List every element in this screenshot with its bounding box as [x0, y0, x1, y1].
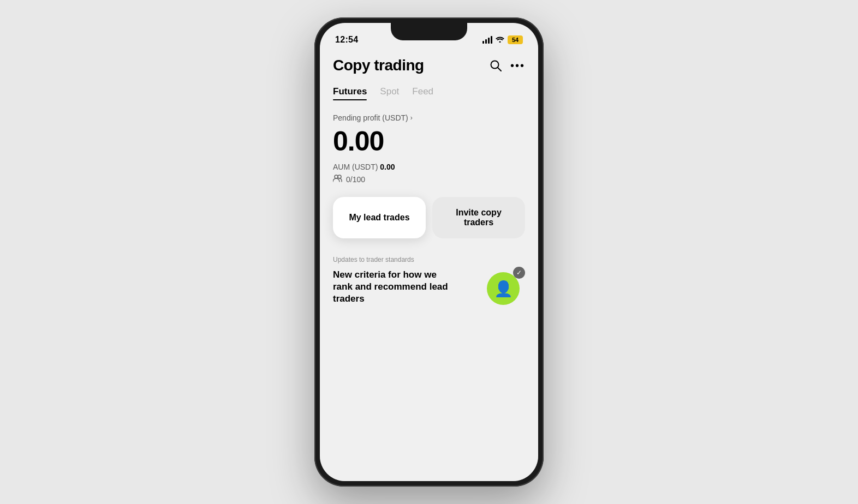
profit-value: 0.00 — [333, 125, 525, 157]
status-icons: 54 — [482, 35, 523, 44]
tab-bar: Futures Spot Feed — [333, 86, 525, 100]
phone-screen: 12:54 54 — [320, 23, 538, 481]
followers-value: 0/100 — [346, 175, 365, 184]
news-row: New criteria for how we rank and recomme… — [333, 267, 525, 305]
followers-row: 0/100 — [333, 175, 525, 184]
page-header: Copy trading ••• — [333, 57, 525, 74]
my-lead-trades-button[interactable]: My lead trades — [333, 197, 426, 238]
chevron-right-icon: › — [410, 114, 413, 122]
wifi-icon — [496, 35, 504, 44]
fade-overlay — [320, 437, 538, 481]
profit-label-text: Pending profit (USDT) — [333, 113, 408, 122]
signal-icon — [482, 36, 492, 44]
person-icon: 👤 — [494, 280, 513, 298]
more-options-button[interactable]: ••• — [510, 59, 525, 72]
search-icon — [490, 59, 502, 71]
battery-indicator: 54 — [508, 35, 523, 44]
ellipsis-icon: ••• — [510, 59, 525, 72]
aum-row: AUM (USDT) 0.00 — [333, 163, 525, 171]
search-button[interactable] — [490, 59, 502, 71]
tab-futures[interactable]: Futures — [333, 86, 367, 100]
news-illustration: 👤 ✓ — [476, 267, 525, 305]
tab-spot[interactable]: Spot — [380, 86, 399, 100]
phone-frame: 12:54 54 — [314, 17, 544, 487]
action-buttons: My lead trades Invite copy traders — [333, 197, 525, 238]
aum-value: 0.00 — [380, 163, 395, 171]
news-title: New criteria for how we rank and recomme… — [333, 269, 458, 305]
news-card[interactable]: Updates to trader standards New criteria… — [333, 254, 525, 305]
svg-line-1 — [498, 68, 501, 71]
page-title: Copy trading — [333, 57, 424, 74]
invite-copy-traders-button[interactable]: Invite copy traders — [432, 197, 525, 238]
profit-label[interactable]: Pending profit (USDT) › — [333, 113, 525, 122]
people-icon — [333, 175, 343, 184]
news-category: Updates to trader standards — [333, 256, 525, 263]
svg-point-3 — [338, 175, 341, 178]
notch — [391, 23, 467, 40]
check-badge-icon: ✓ — [513, 267, 525, 279]
svg-point-2 — [335, 175, 338, 178]
tab-feed[interactable]: Feed — [412, 86, 433, 100]
status-time: 12:54 — [335, 35, 358, 45]
main-content: Copy trading ••• Futures Spot — [320, 51, 538, 305]
aum-label: AUM (USDT) — [333, 163, 378, 171]
header-actions: ••• — [490, 59, 525, 72]
